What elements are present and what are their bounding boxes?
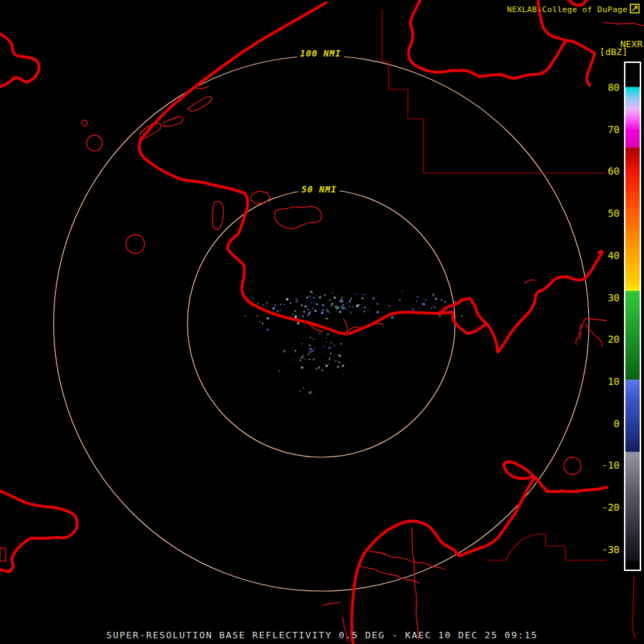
echo-pixel: [296, 353, 296, 353]
echo-pixel: [401, 291, 403, 292]
echo-pixel: [334, 346, 336, 347]
echo-pixel: [431, 308, 432, 309]
echo-pixel: [296, 294, 297, 295]
echo-pixel: [351, 312, 352, 313]
echo-pixel: [326, 341, 326, 342]
echo-pixel: [266, 302, 268, 303]
echo-pixel: [310, 348, 312, 350]
echo-pixel: [350, 300, 351, 301]
echo-pixel: [341, 301, 343, 303]
echo-pixel: [419, 307, 419, 308]
echo-pixel: [293, 360, 294, 361]
echo-pixel: [311, 302, 313, 303]
echo-pixel: [314, 301, 315, 302]
echo-pixel: [305, 358, 306, 360]
echo-pixel: [319, 296, 321, 298]
echo-pixel: [337, 366, 339, 368]
echo-pixel: [309, 360, 310, 361]
colorbar-units: [dBZ]: [600, 47, 628, 57]
echo-pixel: [356, 307, 358, 308]
echo-pixel: [423, 299, 424, 300]
echo-pixel: [433, 295, 434, 296]
echo-pixel: [309, 348, 310, 349]
echo-pixel: [356, 305, 358, 307]
echo-pixel: [263, 304, 264, 306]
page-title: NEXLAB-College of DuPage: [507, 5, 628, 14]
echo-pixel: [421, 303, 423, 305]
echo-pixel: [280, 310, 281, 311]
range-ring-label-100: 100 NMI: [297, 48, 344, 59]
echo-pixel: [301, 357, 303, 358]
echo-pixel: [341, 299, 342, 301]
echo-pixel: [316, 369, 317, 370]
echo-pixel: [362, 293, 363, 294]
echo-pixel: [318, 309, 319, 310]
echo-pixel: [322, 384, 323, 385]
echo-pixel: [314, 303, 315, 303]
echo-pixel: [312, 308, 313, 309]
echo-pixel: [447, 295, 448, 296]
echo-pixel: [356, 293, 357, 295]
echo-pixel: [257, 316, 258, 317]
echo-pixel: [301, 305, 303, 306]
echo-pixel: [314, 310, 316, 312]
echo-pixel: [302, 354, 304, 356]
echo-pixel: [316, 303, 318, 305]
echo-pixel: [416, 301, 417, 302]
colorbar-tick-50: 50: [608, 208, 620, 219]
echo-pixel: [339, 311, 341, 313]
echo-pixel: [349, 306, 351, 308]
echo-pixel: [329, 299, 331, 301]
radar-screen: NEXLAB-College of DuPage NEXR [dBZ] 8070…: [0, 0, 644, 644]
echo-pixel: [300, 360, 301, 361]
colorbar-tick--30: -30: [602, 544, 620, 555]
echo-pixel: [295, 311, 296, 312]
echo-pixel: [364, 293, 365, 295]
echo-pixel: [307, 315, 308, 316]
echo-pixel: [362, 298, 364, 299]
echo-pixel: [330, 308, 331, 308]
echo-pixel: [373, 298, 375, 300]
nexlab-logo-icon: [630, 4, 640, 14]
echo-pixel: [322, 370, 323, 371]
echo-pixel: [462, 316, 463, 317]
echo-pixel: [417, 296, 419, 298]
echo-pixel: [444, 301, 446, 303]
colorbar-tick-70: 70: [608, 124, 620, 135]
echo-pixel: [339, 301, 341, 302]
echo-pixel: [337, 340, 338, 341]
echo-pixel: [434, 308, 435, 308]
echo-pixel: [322, 346, 323, 348]
echo-pixel: [335, 307, 336, 308]
echo-pixel: [333, 297, 336, 299]
echo-pixel: [349, 301, 351, 303]
echo-pixel: [296, 298, 297, 300]
echo-pixel: [293, 313, 294, 315]
echo-pixel: [283, 304, 285, 306]
ring-100nmi: [54, 56, 589, 591]
echo-pixel: [323, 334, 323, 335]
echo-pixel: [309, 296, 311, 297]
echo-pixel: [341, 297, 343, 298]
echo-pixel: [258, 303, 259, 304]
echo-pixel: [245, 316, 246, 317]
echo-pixel: [435, 298, 437, 300]
echo-pixel: [305, 306, 307, 308]
echo-pixel: [328, 300, 328, 301]
echo-pixel: [305, 303, 306, 304]
echo-pixel: [293, 348, 293, 349]
echo-pixel: [295, 350, 296, 351]
echo-pixel: [336, 308, 337, 309]
echo-pixel: [297, 322, 299, 324]
echo-pixel: [358, 304, 360, 306]
echo-pixel: [368, 310, 369, 311]
echo-pixel: [326, 303, 327, 304]
echo-pixel: [391, 316, 394, 318]
echo-pixel: [318, 366, 320, 369]
echo-pixel: [320, 353, 321, 353]
coastline: [0, 0, 607, 644]
ring-50nmi: [187, 190, 455, 457]
echo-pixel: [362, 308, 363, 308]
echo-pixel: [310, 291, 312, 293]
echo-pixel: [310, 337, 311, 338]
